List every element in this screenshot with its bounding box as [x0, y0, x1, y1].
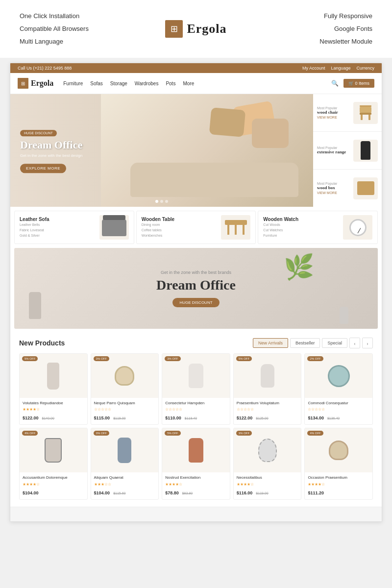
vase-icon-1: [29, 292, 41, 319]
product-stars-7: ★★★☆☆: [94, 482, 156, 487]
banner-vase-right: [336, 307, 348, 324]
nav-link-storage[interactable]: Storage: [110, 81, 127, 86]
product-card-8[interactable]: 5% OFF Nostrud Exercitation ★★★★☆ $78.80…: [162, 428, 230, 499]
product-price-7: $104.00: [94, 490, 110, 495]
main-logo[interactable]: ⊞ Ergola: [137, 10, 255, 48]
table-mini-icon: [225, 220, 247, 235]
side-card-1-title: wood chair: [317, 110, 349, 115]
feature-item-1: One Click Installation: [20, 10, 137, 23]
nav-link-more[interactable]: More: [183, 81, 194, 86]
side-card-2-image: [353, 140, 378, 162]
cat-watch-image: [343, 215, 372, 240]
hero-dot-3[interactable]: [165, 200, 168, 203]
product-price-8: $78.80: [165, 490, 179, 495]
product-img-8: 5% OFF: [162, 428, 230, 472]
product-stars-4: ☆☆☆☆☆: [237, 407, 298, 412]
product-card-1[interactable]: 5% OFF Volutates Repudiandoe ★★★★☆ $122.…: [19, 353, 88, 425]
product-pitcher-icon: [261, 364, 274, 388]
product-stars-2: ☆☆☆☆☆: [94, 407, 156, 412]
svg-rect-1: [360, 107, 371, 113]
currency-selector[interactable]: Currency: [356, 66, 374, 71]
nav-bar: ⊞ Ergola Furniture Sofas Storage Wardrob…: [10, 73, 382, 94]
language-selector[interactable]: Language: [331, 66, 350, 71]
cat-card-wooden-watch[interactable]: Wooden Watch Cut WoodsCut WatchesFurnitu…: [258, 211, 378, 244]
product-info-2: Neque Parro Quisquam ☆☆☆☆☆ $115.00 $119.…: [91, 398, 159, 424]
nav-links: Furniture Sofas Storage Wardrobes Pots M…: [63, 81, 331, 86]
banner-section: Get in the zone with the best brands Dre…: [14, 248, 378, 329]
hero-explore-button[interactable]: EXPLORE MORE: [20, 164, 66, 173]
nav-link-pots[interactable]: Pots: [166, 81, 175, 86]
hero-dot-2[interactable]: [160, 200, 163, 203]
feature-right: Fully Responsive Google Fonts Newsletter…: [255, 10, 372, 48]
nav-logo-icon: ⊞: [18, 78, 28, 89]
cat-table-image: [221, 215, 250, 240]
product-card-6[interactable]: 4% OFF Accusantium Doloremque ★★★★☆ $104…: [19, 428, 88, 499]
account-link[interactable]: My Account: [302, 66, 325, 71]
product-old-price-5: $136.40: [327, 416, 340, 420]
product-card-4[interactable]: 5% OFF Praesentium Voluptatum ☆☆☆☆☆ $122…: [233, 353, 302, 425]
cat-table-items: Dining roomCoffee tablesWorkbenches: [142, 222, 218, 239]
hero-badge: HUGE DISCOUNT: [20, 130, 57, 136]
product-stars-8: ★★★★☆: [165, 482, 227, 487]
product-card-7[interactable]: 3% OFF Aliquam Quaerat ★★★☆☆ $104.00 $11…: [91, 428, 159, 499]
nav-logo[interactable]: ⊞ Ergola: [18, 78, 53, 89]
hero-text: HUGE DISCOUNT Dream Office Get in the zo…: [20, 127, 82, 173]
footer-spacer: [10, 507, 382, 521]
product-basket-icon: [115, 366, 134, 386]
cat-watch-text: Wooden Watch Cut WoodsCut WatchesFurnitu…: [263, 217, 339, 239]
product-old-price-3: $119.40: [185, 416, 197, 420]
feature-item-6: Newsletter Module: [255, 35, 372, 48]
new-products-section: New Products New Arrivals Bestseller Spe…: [14, 333, 378, 505]
product-card-9[interactable]: 3% OFF Necessitatibus ★★★★☆ $116.00 $119…: [233, 428, 302, 499]
product-name-4: Praesentium Voluptatum: [237, 401, 298, 406]
banner-title: Dream Office: [156, 277, 236, 293]
product-card-5[interactable]: 2% OFF Commodi Consequatur ☆☆☆☆☆ $134.00…: [304, 353, 373, 425]
product-badge-2: 3% OFF: [94, 356, 109, 361]
product-info-6: Accusantium Doloremque ★★★★☆ $104.00: [20, 472, 87, 499]
side-card-1-link[interactable]: VIEW MORE: [317, 116, 349, 119]
hero-section: HUGE DISCOUNT Dream Office Get in the zo…: [10, 94, 382, 207]
tab-special[interactable]: Special: [322, 338, 347, 348]
tab-bestseller[interactable]: Bestseller: [290, 338, 320, 348]
product-badge-1: 5% OFF: [22, 356, 38, 361]
product-info-5: Commodi Consequatur ☆☆☆☆☆ $134.00 $136.4…: [305, 398, 372, 424]
hero-side-cards: Most Popular wood chair VIEW MORE: [313, 94, 382, 207]
product-card-10[interactable]: 4% OFF Occasion Praesentium ★★★★☆ $111.2…: [304, 428, 373, 499]
nav-link-sofas[interactable]: Sofas: [90, 81, 103, 86]
cat-watch-title: Wooden Watch: [263, 217, 339, 222]
hero-dots: [155, 200, 168, 203]
nav-link-wardrobes[interactable]: Wardrobes: [135, 81, 159, 86]
product-name-2: Neque Parro Quisquam: [94, 401, 156, 406]
product-img-3: 3% OFF: [162, 354, 230, 398]
product-vase-icon-1: [47, 363, 59, 390]
product-card-2[interactable]: 3% OFF Neque Parro Quisquam ☆☆☆☆☆ $115.0…: [91, 353, 159, 425]
product-info-4: Praesentium Voluptatum ☆☆☆☆☆ $122.00 $12…: [234, 398, 301, 424]
side-card-3-label: Most Popular: [317, 182, 349, 185]
product-grid-row1: 5% OFF Volutates Repudiandoe ★★★★☆ $122.…: [19, 353, 373, 425]
cat-card-wooden-table[interactable]: Wooden Table Dining roomCoffee tablesWor…: [136, 211, 256, 244]
cat-card-leather-sofa[interactable]: Leather Sofa Leather BeltsFabric Lovesea…: [14, 211, 134, 244]
side-card-3-link[interactable]: VIEW MORE: [317, 191, 349, 195]
side-card-3: Most Popular wood box VIEW MORE: [313, 170, 382, 207]
svg-rect-0: [360, 105, 371, 107]
product-price-9: $116.00: [237, 490, 253, 495]
tab-new-arrivals[interactable]: New Arrivals: [253, 338, 288, 348]
product-img-6: 4% OFF: [20, 428, 87, 472]
cart-button[interactable]: 🛒 0 Items: [343, 79, 374, 88]
nav-link-furniture[interactable]: Furniture: [63, 81, 83, 86]
product-badge-10: 4% OFF: [307, 431, 323, 436]
hero-dot-1[interactable]: [155, 200, 158, 203]
next-arrow[interactable]: ›: [362, 338, 373, 348]
feature-left: One Click Installation Compatible All Br…: [20, 10, 137, 48]
cat-sofa-image: [99, 215, 129, 240]
banner-button[interactable]: HUGE DISCOUNT: [172, 298, 219, 307]
search-icon[interactable]: 🔍: [331, 80, 339, 87]
prev-arrow[interactable]: ‹: [349, 338, 360, 348]
side-card-2-text: Most Popular extensive range: [317, 146, 349, 155]
chair-icon: [356, 103, 375, 122]
product-card-3[interactable]: 3% OFF Consectetur Hampden ☆☆☆☆☆ $110.00…: [162, 353, 230, 425]
product-old-price-2: $119.00: [113, 416, 125, 420]
store-preview: Call Us (+21) 222 5495 888 My Account La…: [10, 63, 382, 522]
product-name-6: Accusantium Doloremque: [23, 475, 84, 480]
products-title: New Products: [19, 339, 65, 347]
